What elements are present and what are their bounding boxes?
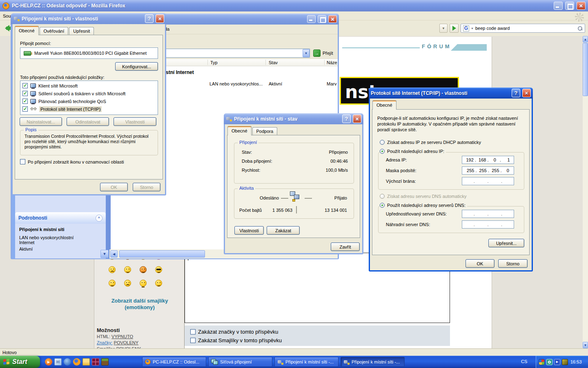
- go-arrow-icon[interactable]: →: [313, 49, 321, 57]
- clock[interactable]: 16:53: [570, 359, 582, 364]
- folder-icon[interactable]: [82, 358, 90, 366]
- column-header-status[interactable]: Stav: [269, 60, 278, 65]
- scroll-down-icon[interactable]: ▼: [583, 342, 588, 348]
- minimize-button[interactable]: [554, 2, 563, 10]
- ok-button[interactable]: OK: [100, 183, 128, 191]
- page-scrollbar[interactable]: ▲ ▼: [583, 36, 588, 348]
- collapse-chevron-icon[interactable]: ^: [96, 215, 102, 222]
- column-header-name[interactable]: Náze: [327, 60, 337, 65]
- close-button[interactable]: [577, 2, 586, 10]
- messenger-icon[interactable]: [64, 358, 71, 366]
- tab-general[interactable]: Obecné: [15, 26, 39, 35]
- column-header-type[interactable]: Typ: [210, 60, 218, 65]
- static-radio-row[interactable]: Použít následující adresu IP:: [380, 149, 446, 154]
- tray-play-icon[interactable]: ▶: [554, 359, 560, 365]
- grid-app-icon[interactable]: [92, 358, 99, 366]
- tray-utility-icon[interactable]: [562, 359, 568, 365]
- scroll-left-icon[interactable]: ◀: [110, 250, 118, 258]
- item-checkbox[interactable]: [22, 99, 28, 104]
- dns-static-radio[interactable]: [380, 203, 385, 208]
- restore-button[interactable]: [565, 2, 574, 10]
- item-properties-button[interactable]: Vlastnosti: [114, 117, 156, 126]
- smiley-icon[interactable]: [124, 280, 131, 287]
- list-item[interactable]: Plánovač paketů technologie QoS: [20, 97, 158, 105]
- mail-icon[interactable]: ✉: [54, 358, 62, 366]
- search-input[interactable]: beep code award: [475, 26, 576, 31]
- smiley-icon[interactable]: [155, 266, 162, 273]
- go-button[interactable]: [450, 24, 459, 33]
- static-radio[interactable]: [380, 149, 385, 154]
- taskbar-button-firefox[interactable]: PC-HELP.CZ :: Odesl...: [142, 357, 206, 367]
- install-button[interactable]: Nainstalovat...: [20, 117, 62, 126]
- help-button[interactable]: ?: [512, 89, 520, 97]
- dns-auto-radio[interactable]: [380, 194, 385, 199]
- maximize-button[interactable]: [318, 15, 326, 23]
- disable-button[interactable]: Zakázat: [267, 226, 300, 235]
- close-dialog-button[interactable]: Zavřít: [331, 242, 360, 251]
- help-button[interactable]: ?: [342, 114, 351, 123]
- smiley-icon[interactable]: [124, 266, 131, 273]
- close-button[interactable]: [328, 15, 337, 23]
- items-listbox[interactable]: Klient sítě Microsoft Sdílení souborů a …: [20, 81, 158, 115]
- urlbar-dropdown-button[interactable]: ▼: [439, 24, 448, 33]
- search-engine-dropdown-icon[interactable]: ▼: [471, 27, 474, 30]
- dns-secondary-field[interactable]: . . .: [462, 220, 514, 229]
- taskbar-button-connection-properties[interactable]: Připojení k místní síti -...: [341, 357, 405, 367]
- ok-button[interactable]: OK: [466, 259, 494, 268]
- taskbar-button-network-connections[interactable]: Síťová připojení: [208, 357, 272, 367]
- tcpip-dialog-titlebar[interactable]: Protokol sítě Internet (TCP/IP) - vlastn…: [369, 88, 533, 99]
- language-indicator[interactable]: CS: [521, 359, 527, 364]
- close-button[interactable]: ×: [156, 14, 164, 23]
- security-center-icon[interactable]: [539, 359, 545, 365]
- sidebar-scroll-down-icon[interactable]: ▼: [100, 250, 109, 258]
- list-item-selected[interactable]: Protokol sítě Internet (TCP/IP): [20, 105, 158, 113]
- tab-general[interactable]: Obecné: [227, 126, 252, 135]
- option-label-link[interactable]: Značky:: [97, 340, 113, 345]
- scrollbar-thumb[interactable]: [583, 43, 588, 96]
- tab-authentication[interactable]: Ověřování: [40, 27, 69, 35]
- ip-field[interactable]: 192 . 168 . 0 . 1: [462, 156, 514, 164]
- status-dialog-titlebar[interactable]: Připojení k místní síti - stav ? ×: [224, 113, 363, 124]
- smiley-icon[interactable]: [140, 266, 147, 273]
- tab-general[interactable]: Obecné: [372, 100, 396, 110]
- go-label[interactable]: Přejít: [323, 51, 333, 56]
- firefox-titlebar[interactable]: PC-HELP.CZ :: Odeslat odpověď - Mozilla …: [0, 0, 588, 11]
- configure-button[interactable]: Konfigurovat...: [115, 62, 158, 71]
- scroll-up-icon[interactable]: ▲: [583, 36, 588, 43]
- close-button[interactable]: ×: [353, 114, 361, 123]
- smiley-icon[interactable]: [155, 280, 162, 287]
- subnet-mask-field[interactable]: 255 . 255 . 255 . 0: [462, 166, 514, 175]
- hscrollbar-thumb[interactable]: [119, 250, 205, 258]
- list-item[interactable]: Klient sítě Microsoft: [20, 82, 158, 90]
- help-button[interactable]: ?: [145, 14, 154, 23]
- cancel-button[interactable]: Storno: [498, 259, 528, 268]
- firefox-quicklaunch-icon[interactable]: [73, 358, 80, 366]
- dhcp-radio[interactable]: [380, 140, 385, 145]
- smiley-icon[interactable]: [140, 280, 147, 287]
- more-smilies-link[interactable]: Zobrazit další smajlíky (emotikony): [103, 298, 176, 311]
- dns-primary-field[interactable]: . . .: [462, 210, 514, 218]
- gateway-field[interactable]: . . .: [462, 177, 514, 185]
- details-header[interactable]: Podrobnosti ^: [15, 212, 106, 224]
- tray-app-icon[interactable]: [546, 359, 552, 365]
- search-icon[interactable]: [577, 26, 583, 31]
- disable-smilies-checkbox[interactable]: [190, 338, 196, 343]
- taskbar-button-connection-status[interactable]: Připojení k místní síti -...: [274, 357, 339, 367]
- disable-bbcode-checkbox[interactable]: [190, 329, 196, 334]
- cancel-button[interactable]: Storno: [133, 183, 160, 191]
- minimize-button[interactable]: [307, 15, 316, 23]
- tab-advanced[interactable]: Upřesnit: [69, 27, 94, 35]
- item-checkbox[interactable]: [22, 83, 28, 88]
- dns-static-radio-row[interactable]: Použít následující adresy serverů DNS:: [380, 203, 467, 208]
- dhcp-radio-row[interactable]: Získat adresu IP ze serveru DHCP automat…: [380, 140, 481, 145]
- menu-file-fragment[interactable]: Sou: [3, 13, 11, 18]
- media-player-icon[interactable]: ▶: [45, 358, 52, 366]
- item-checkbox[interactable]: [22, 106, 28, 112]
- address-dropdown-icon[interactable]: ▼: [303, 49, 310, 57]
- notify-checkbox[interactable]: [20, 159, 25, 164]
- uninstall-button[interactable]: Odinstalovat: [67, 117, 109, 126]
- item-checkbox[interactable]: [22, 91, 28, 96]
- search-box[interactable]: G ▼ beep code award: [461, 24, 585, 33]
- game-icon[interactable]: [101, 358, 109, 366]
- advanced-button[interactable]: Upřesnit...: [488, 239, 524, 247]
